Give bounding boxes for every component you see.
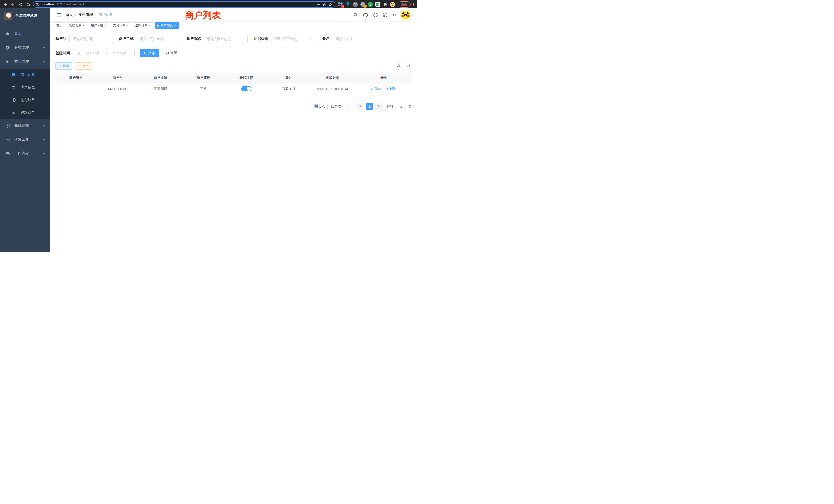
cell-short-name: 芋艿 — [182, 83, 225, 95]
extension-y-icon[interactable]: y — [368, 2, 373, 7]
sidebar-item-merchant-info[interactable]: 商户信息 — [0, 69, 50, 81]
sidebar-item-infra[interactable]: 基础设施 — [0, 119, 50, 133]
yen-circle-icon — [11, 98, 16, 102]
page-suffix: 页 — [409, 104, 412, 109]
merchant-no-input[interactable] — [73, 37, 110, 41]
table-header-row: 商户编号 商户号 商户全称 商户简称 开启状态 备注 创建时间 操作 — [56, 73, 412, 83]
browser-back-icon[interactable] — [2, 1, 8, 7]
date-separator: - — [106, 51, 107, 55]
extension-strip: 10 ⌘ 1 y — [337, 2, 396, 7]
tab-close-icon[interactable]: × — [127, 24, 129, 27]
address-bar[interactable]: localhost:1024/pay/merchant — [33, 1, 335, 8]
bookmark-star-icon[interactable] — [328, 3, 332, 6]
font-size-icon[interactable]: TT — [393, 13, 396, 17]
tab-label: 商户信息 — [160, 23, 173, 28]
next-page-button[interactable] — [375, 103, 382, 110]
breadcrumb-pay[interactable]: 支付管理 — [79, 13, 93, 17]
extension-command-icon[interactable]: ⌘ — [353, 2, 358, 7]
extension-doc-icon[interactable] — [375, 2, 380, 7]
sidebar: 芋道管理系统 首页 系统管理 — [0, 8, 50, 252]
merchant-no-label: 商户号 — [56, 37, 66, 41]
caret-down-icon: ▾ — [412, 14, 413, 17]
merchant-table: 商户编号 商户号 商户全称 商户简称 开启状态 备注 创建时间 操作 1 — [56, 73, 412, 95]
chrome-update-button[interactable]: 更新 — [398, 1, 411, 8]
tab-merchant-info[interactable]: 商户信息× — [155, 22, 179, 29]
sidebar-item-workflow[interactable]: 工作流程 — [0, 146, 50, 160]
extension-emoji-icon[interactable] — [390, 2, 395, 7]
sidebar-item-label: 支付订单 — [21, 98, 46, 102]
goto-label: 前往 — [387, 104, 394, 109]
tab-refund-order[interactable]: 退款订单× — [133, 22, 153, 29]
extension-camera-icon[interactable]: 1 — [360, 2, 366, 7]
prev-page-button[interactable] — [357, 103, 364, 110]
sidebar-item-system[interactable]: 系统管理 — [0, 41, 50, 55]
date-range-picker[interactable]: 开始日期 - 结束日期 — [73, 49, 135, 57]
sidebar-collapse-icon[interactable] — [54, 10, 64, 20]
edit-link[interactable]: 修改 — [371, 87, 381, 91]
browser-forward-icon[interactable] — [10, 1, 16, 7]
search-button[interactable]: 搜索 — [140, 49, 159, 57]
help-icon[interactable] — [373, 13, 378, 18]
share-icon[interactable] — [323, 3, 326, 6]
sidebar-logo[interactable]: 芋道管理系统 — [0, 8, 50, 23]
table-row: 1 M233666999 芋道源码 芋艿 我是备注 2021-10-23 08:… — [56, 83, 412, 95]
chrome-menu-icon[interactable] — [412, 3, 415, 6]
breadcrumb-home[interactable]: 首页 — [66, 13, 73, 17]
goto-page-input[interactable] — [399, 105, 403, 108]
export-button[interactable]: 导出 — [75, 62, 92, 70]
tab-home[interactable]: 首页 — [54, 22, 65, 29]
col-actions: 操作 — [355, 73, 412, 83]
sidebar-item-label: 首页 — [14, 31, 46, 36]
tab-close-icon[interactable]: × — [83, 24, 85, 27]
sidebar-item-pay[interactable]: ¥ 支付管理 — [0, 55, 50, 69]
add-button[interactable]: 新增 — [56, 62, 72, 70]
tab-process-form[interactable]: 流程表单× — [66, 22, 87, 29]
status-toggle[interactable] — [241, 86, 251, 91]
col-short-name: 商户简称 — [182, 73, 225, 83]
delete-link[interactable]: 删除 — [386, 87, 396, 91]
tab-close-icon[interactable]: × — [149, 24, 151, 27]
tab-close-icon[interactable]: × — [174, 24, 176, 27]
full-name-input[interactable] — [140, 37, 177, 41]
active-tab-dot — [157, 25, 159, 27]
password-key-icon[interactable] — [317, 3, 321, 6]
short-name-input[interactable] — [207, 37, 244, 41]
extension-tabs-icon[interactable]: 10 — [338, 2, 343, 7]
sidebar-item-home[interactable]: 首页 — [0, 27, 50, 41]
status-label: 开启状态 — [254, 37, 268, 41]
tab-close-icon[interactable]: × — [105, 24, 107, 27]
site-info-icon[interactable] — [36, 3, 40, 6]
add-button-label: 新增 — [63, 64, 69, 68]
grid-icon — [11, 86, 16, 90]
sidebar-item-pay-order[interactable]: 支付订单 — [0, 94, 50, 106]
tab-user-group[interactable]: 用户分组× — [89, 22, 109, 29]
chevron-down-icon — [43, 152, 46, 155]
github-icon[interactable] — [363, 13, 368, 18]
select-caret-icon — [310, 38, 313, 40]
status-select-input[interactable] — [275, 37, 310, 41]
col-merchant-id: 商户编号 — [56, 73, 96, 83]
refresh-button[interactable] — [405, 62, 412, 70]
browser-home-icon[interactable] — [25, 1, 31, 7]
reset-button[interactable]: 重置 — [162, 49, 181, 57]
url-path: :1024/pay/merchant — [56, 3, 84, 6]
documents-icon — [11, 111, 16, 115]
header-search-icon[interactable] — [353, 13, 358, 17]
pagination: 共 1 条 10条/页 1 前往 — [56, 103, 412, 110]
browser-reload-icon[interactable] — [18, 1, 24, 7]
toggle-search-button[interactable] — [395, 62, 402, 70]
sidebar-item-refund-order[interactable]: 退款订单 — [0, 106, 50, 119]
page-size-select[interactable]: 10条/页 — [327, 103, 352, 110]
remark-input[interactable] — [336, 37, 378, 41]
user-menu[interactable]: ▾ — [401, 11, 413, 19]
extension-gem-icon[interactable] — [345, 2, 351, 7]
yen-icon: ¥ — [5, 59, 10, 64]
tab-pay-order[interactable]: 支付订单× — [111, 22, 131, 29]
sidebar-menu: 首页 系统管理 ¥ 支付管理 — [0, 23, 50, 160]
status-select[interactable] — [271, 35, 316, 43]
page-1-button[interactable]: 1 — [366, 103, 373, 110]
fullscreen-icon[interactable] — [383, 13, 388, 17]
sidebar-item-dev-tools[interactable]: 研发工具 — [0, 133, 50, 146]
sidebar-item-app-info[interactable]: 应用信息 — [0, 81, 50, 94]
extensions-puzzle-icon[interactable] — [382, 2, 388, 7]
